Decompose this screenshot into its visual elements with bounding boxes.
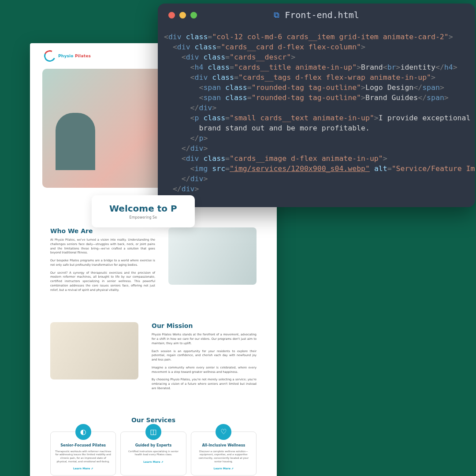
service-card-body: Certified instructors specializing in se… <box>125 450 181 457</box>
section-body: Physio Pilates Works stands at the foref… <box>152 333 257 390</box>
service-icon: ◫ <box>145 424 161 440</box>
who-we-are-section: Who We Are At Physio Pilates, we've turn… <box>30 214 277 309</box>
code-content[interactable]: <div class="col-12 col-md-6 cards__item … <box>158 26 475 207</box>
service-card-title: Senior-Focused Pilates <box>55 443 111 447</box>
hero-title: Welcome to P <box>109 203 177 214</box>
service-card[interactable]: ◫ Guided by Experts Certified instructor… <box>120 431 186 476</box>
code-editor-window: ⧉ Front-end.html <div class="col-12 col-… <box>158 4 475 207</box>
service-icon: ♡ <box>216 424 231 440</box>
editor-filename: ⧉ Front-end.html <box>274 10 359 20</box>
service-card-body: Therapeutic workouts with reformer machi… <box>55 450 111 464</box>
window-controls <box>168 12 197 19</box>
service-card[interactable]: ◐ Senior-Focused Pilates Therapeutic wor… <box>50 431 116 476</box>
site-logo[interactable]: Physio Pilates <box>44 50 91 62</box>
learn-more-link[interactable]: Learn More ⇗ <box>196 467 252 470</box>
vscode-icon: ⧉ <box>274 10 279 20</box>
service-card[interactable]: ♡ All-Inclusive Wellness Discover a comp… <box>191 431 257 476</box>
service-card-title: Guided by Experts <box>125 443 181 447</box>
section-body: At Physio Pilates, we've turned a vision… <box>50 238 155 292</box>
editor-titlebar[interactable]: ⧉ Front-end.html <box>158 4 475 26</box>
close-icon[interactable] <box>168 12 175 19</box>
minimize-icon[interactable] <box>179 12 186 19</box>
learn-more-link[interactable]: Learn More ⇗ <box>125 460 181 463</box>
service-card-title: All-Inclusive Wellness <box>196 443 252 447</box>
service-card-body: Discover a complete wellness solution—eq… <box>196 450 252 464</box>
who-image <box>168 227 257 285</box>
mission-image <box>50 322 138 379</box>
section-title: Our Mission <box>152 322 257 329</box>
section-title: Who We Are <box>50 227 155 234</box>
logo-text: Physio Pilates <box>58 54 91 58</box>
hero-subtitle: Empowering Se <box>109 216 177 219</box>
service-icon: ◐ <box>75 424 91 440</box>
maximize-icon[interactable] <box>190 12 197 19</box>
logo-mark-icon <box>42 48 57 63</box>
services-title: Our Services <box>50 416 257 424</box>
mission-section: Our Mission Physio Pilates Works stands … <box>30 309 277 407</box>
services-section: Our Services ◐ Senior-Focused Pilates Th… <box>30 408 277 476</box>
learn-more-link[interactable]: Learn More ⇗ <box>55 467 111 470</box>
hero-card: Welcome to P Empowering Se <box>92 195 195 227</box>
